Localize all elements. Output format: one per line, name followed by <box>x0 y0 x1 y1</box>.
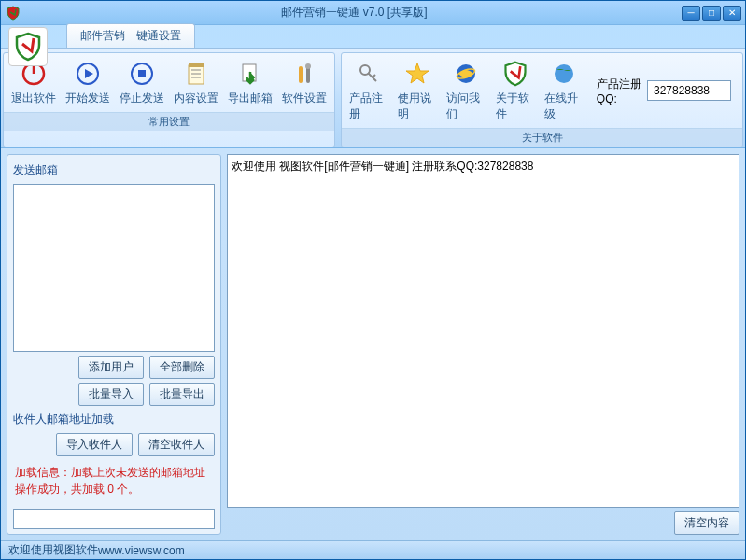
settings-button[interactable]: 软件设置 <box>278 57 331 108</box>
batch-export-button[interactable]: 批量导出 <box>149 383 215 406</box>
import-recipient-button[interactable]: 导入收件人 <box>56 433 133 456</box>
window-title: 邮件营销一键通 v7.0 [共享版] <box>27 5 682 21</box>
svg-rect-6 <box>189 65 204 84</box>
log-box[interactable]: 欢迎使用 视图软件[邮件营销一键通] 注册联系QQ:327828838 <box>227 154 739 508</box>
left-panel: 发送邮箱 添加用户 全部删除 批量导入 批量导出 收件人邮箱地址加载 导入收件人… <box>7 154 221 535</box>
svg-point-15 <box>305 63 311 69</box>
bottom-input[interactable] <box>13 509 215 529</box>
svg-rect-13 <box>299 66 303 83</box>
load-info: 加载信息：加载上次未发送的邮箱地址操作成功，共加载 0 个。 <box>13 460 215 501</box>
batch-import-button[interactable]: 批量导入 <box>78 383 144 406</box>
svg-rect-5 <box>138 70 146 77</box>
toolbar-group-about: 产品注册 使用说明 访问我们 关于软件 在线升级 <box>341 52 743 147</box>
clear-recipient-button[interactable]: 清空收件人 <box>138 433 215 456</box>
close-button[interactable]: ✕ <box>723 6 741 21</box>
about-button[interactable]: 关于软件 <box>492 57 539 124</box>
status-link[interactable]: www.viewsw.com <box>98 544 185 557</box>
statusbar: 欢迎使用视图软件 www.viewsw.com <box>1 540 745 559</box>
globe-icon <box>549 59 579 89</box>
app-icon <box>5 5 21 21</box>
export-button[interactable]: 导出邮箱 <box>224 57 276 108</box>
notepad-icon <box>181 59 211 89</box>
register-button[interactable]: 产品注册 <box>345 57 392 124</box>
sender-list[interactable] <box>13 184 215 352</box>
manual-button[interactable]: 使用说明 <box>394 57 441 124</box>
main-window: 邮件营销一键通 v7.0 [共享版] ─ □ ✕ 邮件营销一键通设置 退出软件 … <box>0 0 746 560</box>
svg-point-22 <box>555 64 573 83</box>
clear-content-button[interactable]: 清空内容 <box>674 511 739 535</box>
toolbar-group-common: 退出软件 开始发送 停止发送 内容设置 导出邮箱 <box>3 52 335 147</box>
main-area: 发送邮箱 添加用户 全部删除 批量导入 批量导出 收件人邮箱地址加载 导入收件人… <box>1 148 745 540</box>
ie-icon <box>451 59 481 89</box>
corner-app-icon[interactable] <box>8 27 48 66</box>
group-title-common: 常用设置 <box>4 112 334 131</box>
qq-label: 产品注册QQ: <box>597 77 643 105</box>
play-icon <box>73 59 103 89</box>
status-text: 欢迎使用视图软件 <box>8 542 98 558</box>
group-title-about: 关于软件 <box>342 128 742 147</box>
recipient-header: 收件人邮箱地址加载 <box>13 410 215 429</box>
send-mailbox-header: 发送邮箱 <box>13 161 215 180</box>
svg-rect-10 <box>189 63 204 67</box>
delete-all-button[interactable]: 全部删除 <box>149 356 215 379</box>
stop-icon <box>127 59 157 89</box>
toolbar: 退出软件 开始发送 停止发送 内容设置 导出邮箱 <box>1 48 745 148</box>
star-icon <box>402 59 432 89</box>
stop-button[interactable]: 停止发送 <box>116 57 168 108</box>
content-button[interactable]: 内容设置 <box>170 57 222 108</box>
start-button[interactable]: 开始发送 <box>62 57 114 108</box>
keys-icon <box>354 59 384 89</box>
qq-input[interactable] <box>647 80 731 101</box>
svg-line-18 <box>373 75 375 77</box>
maximize-button[interactable]: □ <box>702 6 721 21</box>
right-panel: 欢迎使用 视图软件[邮件营销一键通] 注册联系QQ:327828838 清空内容 <box>227 154 739 535</box>
welcome-text: 欢迎使用 视图软件[邮件营销一键通] 注册联系QQ:327828838 <box>232 159 735 175</box>
tab-strip: 邮件营销一键通设置 <box>1 25 745 48</box>
qq-register-box: 产品注册QQ: <box>589 77 739 105</box>
minimize-button[interactable]: ─ <box>682 6 700 21</box>
tools-icon <box>289 59 319 89</box>
upgrade-button[interactable]: 在线升级 <box>541 57 587 124</box>
export-icon <box>235 59 265 89</box>
window-controls: ─ □ ✕ <box>682 6 741 21</box>
titlebar: 邮件营销一键通 v7.0 [共享版] ─ □ ✕ <box>1 1 745 25</box>
visit-button[interactable]: 访问我们 <box>443 57 489 124</box>
svg-marker-19 <box>406 63 429 83</box>
svg-marker-3 <box>85 69 93 78</box>
shield-icon <box>500 59 530 89</box>
add-user-button[interactable]: 添加用户 <box>78 356 144 379</box>
tab-settings[interactable]: 邮件营销一键通设置 <box>66 23 195 48</box>
